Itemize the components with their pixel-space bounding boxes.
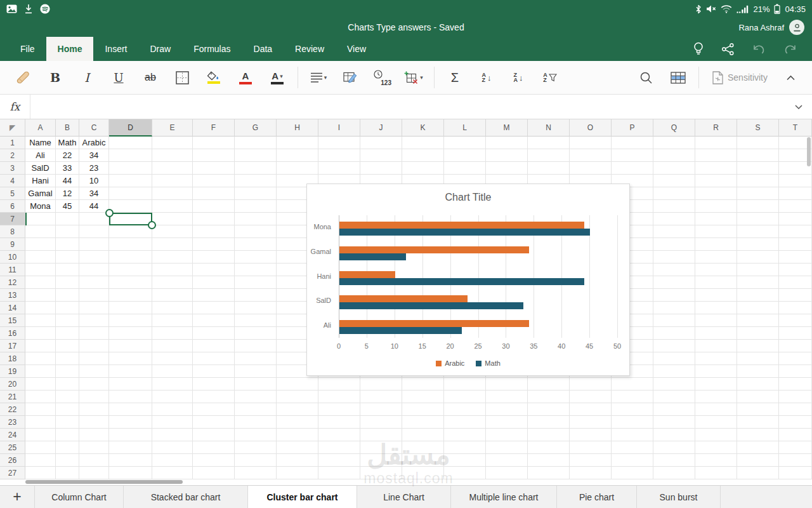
cell-S6[interactable] bbox=[737, 200, 779, 213]
cell-P25[interactable] bbox=[612, 441, 653, 454]
cell-F18[interactable] bbox=[193, 352, 235, 365]
ideas-icon[interactable] bbox=[692, 41, 705, 57]
cell-K23[interactable] bbox=[402, 416, 444, 429]
cell-A25[interactable] bbox=[25, 441, 56, 454]
clustered-bar-chart[interactable]: Chart Title 05101520253035404550MonaGama… bbox=[306, 184, 630, 376]
column-header-A[interactable]: A bbox=[25, 119, 56, 137]
cell-G18[interactable] bbox=[235, 352, 277, 365]
cell-A23[interactable] bbox=[25, 416, 56, 429]
cell-N25[interactable] bbox=[528, 441, 570, 454]
cell-E10[interactable] bbox=[152, 251, 193, 264]
cell-R6[interactable] bbox=[695, 200, 737, 213]
cell-N2[interactable] bbox=[528, 149, 570, 162]
cell-G11[interactable] bbox=[235, 264, 277, 276]
selected-cell-outline[interactable] bbox=[109, 213, 152, 225]
row-header-10[interactable]: 10 bbox=[0, 251, 25, 264]
cell-I27[interactable] bbox=[318, 467, 360, 479]
horizontal-scrollbar[interactable] bbox=[25, 480, 183, 484]
cell-M1[interactable] bbox=[486, 137, 528, 149]
cell-D20[interactable] bbox=[109, 378, 152, 391]
cell-L26[interactable] bbox=[444, 454, 486, 467]
vertical-scrollbar[interactable] bbox=[807, 137, 811, 166]
cell-B26[interactable] bbox=[56, 454, 79, 467]
photo-icon[interactable] bbox=[6, 4, 17, 13]
cell-D15[interactable] bbox=[109, 314, 152, 327]
cell-C18[interactable] bbox=[79, 352, 109, 365]
cell-S27[interactable] bbox=[737, 467, 779, 479]
cell-O21[interactable] bbox=[570, 391, 612, 403]
cell-B19[interactable] bbox=[56, 365, 79, 378]
cell-G12[interactable] bbox=[235, 276, 277, 289]
cell-K24[interactable] bbox=[402, 429, 444, 441]
cell-J2[interactable] bbox=[360, 149, 402, 162]
cell-N23[interactable] bbox=[528, 416, 570, 429]
collapse-ribbon-icon[interactable] bbox=[776, 63, 804, 92]
cell-D16[interactable] bbox=[109, 327, 152, 340]
row-header-22[interactable]: 22 bbox=[0, 403, 25, 416]
row-header-27[interactable]: 27 bbox=[0, 467, 25, 479]
cell-A26[interactable] bbox=[25, 454, 56, 467]
cell-B11[interactable] bbox=[56, 264, 79, 276]
cell-P24[interactable] bbox=[612, 429, 653, 441]
cell-G7[interactable] bbox=[235, 213, 277, 225]
column-header-C[interactable]: C bbox=[79, 119, 109, 137]
cell-F15[interactable] bbox=[193, 314, 235, 327]
cell-E17[interactable] bbox=[152, 340, 193, 352]
cell-S11[interactable] bbox=[737, 264, 779, 276]
cell-C10[interactable] bbox=[79, 251, 109, 264]
fill-color-icon[interactable] bbox=[198, 63, 230, 92]
cell-D13[interactable] bbox=[109, 289, 152, 302]
cell-Q24[interactable] bbox=[653, 429, 695, 441]
cell-C11[interactable] bbox=[79, 264, 109, 276]
cell-S8[interactable] bbox=[737, 225, 779, 238]
cell-E2[interactable] bbox=[152, 149, 193, 162]
cell-R16[interactable] bbox=[695, 327, 737, 340]
cell-B10[interactable] bbox=[56, 251, 79, 264]
undo-icon[interactable] bbox=[751, 43, 766, 55]
cell-Q10[interactable] bbox=[653, 251, 695, 264]
sheet-tab-line-chart[interactable]: Line Chart bbox=[357, 486, 451, 508]
cell-B13[interactable] bbox=[56, 289, 79, 302]
cell-I24[interactable] bbox=[318, 429, 360, 441]
cell-B27[interactable] bbox=[56, 467, 79, 479]
cell-D24[interactable] bbox=[109, 429, 152, 441]
row-header-5[interactable]: 5 bbox=[0, 187, 25, 200]
cell-B15[interactable] bbox=[56, 314, 79, 327]
cell-O2[interactable] bbox=[570, 149, 612, 162]
column-header-J[interactable]: J bbox=[360, 119, 402, 137]
cell-S17[interactable] bbox=[737, 340, 779, 352]
cell-C9[interactable] bbox=[79, 238, 109, 251]
cell-S12[interactable] bbox=[737, 276, 779, 289]
cell-S21[interactable] bbox=[737, 391, 779, 403]
number-format-icon[interactable]: 123 bbox=[366, 63, 398, 92]
cell-L2[interactable] bbox=[444, 149, 486, 162]
cell-L27[interactable] bbox=[444, 467, 486, 479]
cell-F12[interactable] bbox=[193, 276, 235, 289]
cell-Q7[interactable] bbox=[653, 213, 695, 225]
cell-R25[interactable] bbox=[695, 441, 737, 454]
cell-G6[interactable] bbox=[235, 200, 277, 213]
cell-C6[interactable]: 44 bbox=[79, 200, 109, 213]
cell-E14[interactable] bbox=[152, 302, 193, 314]
cell-M21[interactable] bbox=[486, 391, 528, 403]
cell-F27[interactable] bbox=[193, 467, 235, 479]
cell-R12[interactable] bbox=[695, 276, 737, 289]
cell-C23[interactable] bbox=[79, 416, 109, 429]
cell-D10[interactable] bbox=[109, 251, 152, 264]
cell-T25[interactable] bbox=[779, 441, 812, 454]
cell-E3[interactable] bbox=[152, 162, 193, 175]
cell-B22[interactable] bbox=[56, 403, 79, 416]
cell-F11[interactable] bbox=[193, 264, 235, 276]
cell-L23[interactable] bbox=[444, 416, 486, 429]
cell-D11[interactable] bbox=[109, 264, 152, 276]
cell-Q25[interactable] bbox=[653, 441, 695, 454]
cell-F14[interactable] bbox=[193, 302, 235, 314]
cell-G1[interactable] bbox=[235, 137, 277, 149]
column-header-I[interactable]: I bbox=[318, 119, 360, 137]
cell-Q27[interactable] bbox=[653, 467, 695, 479]
cell-S23[interactable] bbox=[737, 416, 779, 429]
cell-G23[interactable] bbox=[235, 416, 277, 429]
cell-B20[interactable] bbox=[56, 378, 79, 391]
row-header-16[interactable]: 16 bbox=[0, 327, 25, 340]
row-header-14[interactable]: 14 bbox=[0, 302, 25, 314]
